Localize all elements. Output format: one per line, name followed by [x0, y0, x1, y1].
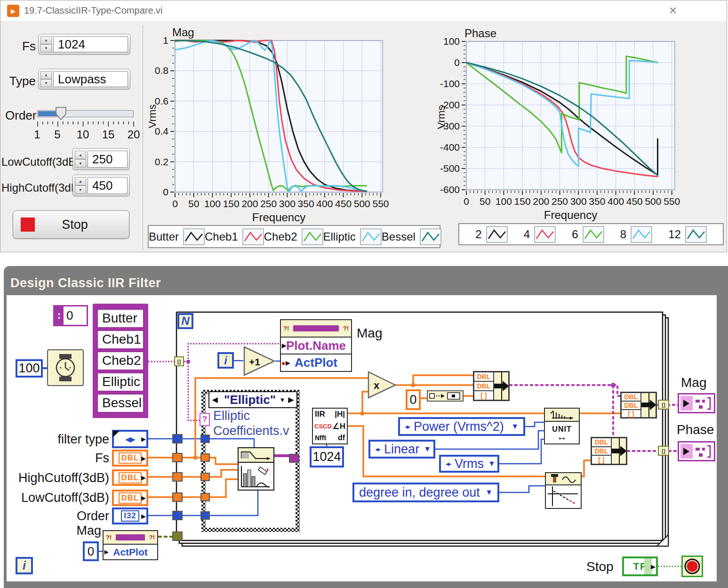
enum-spinner-icon[interactable]: ▲▼	[55, 306, 64, 325]
build-array-node[interactable]	[427, 390, 464, 402]
bundle-node-1[interactable]: DBLDBL[ ]	[473, 371, 510, 401]
x-tick-label: 250	[260, 198, 277, 209]
front-panel-window: ▶ 19.7-ClassicIIR-Type-Compare.vi ✕ Fs ▲…	[0, 0, 727, 252]
x-tick-label: 200	[241, 198, 258, 209]
phase-plot-icon	[546, 485, 581, 509]
charts-layer[interactable]: 05010015020025030035040045050055010.80.6…	[0, 0, 728, 253]
enum-item-cheb1[interactable]: Cheb1	[97, 330, 144, 349]
loop-tunnel-high-cutoff[interactable]	[172, 472, 183, 482]
loop-tunnel-order[interactable]	[172, 511, 183, 520]
linear-ring-constant[interactable]: ◂▸Linear▼	[368, 440, 435, 459]
dropdown-icon[interactable]: ▼	[488, 459, 496, 468]
enum-item-bessel[interactable]: Bessel	[97, 394, 144, 412]
wait-ms-constant[interactable]: 100	[16, 359, 43, 378]
plot-name-property[interactable]: ▶Plot.Name	[281, 338, 351, 355]
svg-text:+1: +1	[249, 356, 260, 367]
vrms-ring-constant[interactable]: ◂▸Vrms▼	[439, 455, 499, 473]
low-cutoff-terminal[interactable]: DBL▶	[112, 490, 148, 506]
wait-clock-icon[interactable]	[47, 349, 84, 386]
case-selector-terminal[interactable]: ?	[200, 413, 210, 426]
actplot-ref-row[interactable]: ▶ActPlot	[104, 545, 157, 559]
case-tunnel-filter-type[interactable]	[200, 435, 210, 443]
case-tunnel-order[interactable]	[200, 511, 210, 520]
phase-indicator[interactable]	[678, 441, 715, 461]
loop-tunnel-filter-type[interactable]	[172, 434, 183, 443]
stop-button-icon[interactable]	[681, 556, 703, 577]
enum-index-constant[interactable]: ▲▼ 0	[53, 305, 88, 326]
loop-tunnel-mag-out[interactable]: []	[658, 400, 669, 410]
chart-title: Phase	[464, 27, 496, 40]
chart-mag[interactable]: 05010015020025030035040045050055010.80.6…	[146, 26, 389, 224]
bundle-node-2[interactable]: DBLDBL[ ]	[620, 392, 657, 419]
ring-icon: ◂▸	[405, 423, 409, 430]
x-tick-label: 500	[354, 198, 370, 209]
case-next-icon[interactable]: ▶	[285, 395, 296, 404]
mag-indicator[interactable]	[678, 393, 715, 413]
case-tunnel-high-cutoff[interactable]	[200, 473, 210, 481]
increment-node[interactable]: +1	[243, 346, 276, 376]
enum-item-butter[interactable]: Butter	[97, 309, 144, 328]
array-tunnel[interactable]: []	[174, 356, 184, 366]
nfft-constant[interactable]: 1024	[310, 446, 344, 467]
loop-tunnel-phase-out[interactable]: []	[658, 446, 669, 456]
spectrum-unit-node[interactable]: UNIT ↔	[544, 408, 580, 444]
mag-property-node[interactable]: ?!?! ▶Plot.Name ●▶ActPlot	[280, 319, 352, 372]
elliptic-coefficients-vi-icon[interactable]	[238, 447, 274, 491]
unit-arrows-icon: ↔	[557, 434, 567, 440]
subvi-label-line2: Coefficients.v	[213, 424, 289, 438]
case-prev-icon[interactable]: ◀	[209, 395, 221, 404]
wire-stub	[43, 367, 47, 369]
svg-text:x: x	[374, 379, 380, 391]
phase-indicator-label: Phase	[677, 422, 714, 437]
y-tick-label: 0.2	[155, 156, 168, 167]
high-cutoff-terminal[interactable]: DBL▶	[112, 469, 148, 486]
x-tick-label: 550	[373, 198, 389, 209]
x-tick-label: 550	[664, 196, 680, 207]
order-terminal[interactable]: I32▶	[112, 507, 148, 524]
case-output-tunnel[interactable]	[289, 454, 299, 463]
loop-iteration-terminal[interactable]: i	[217, 352, 234, 369]
case-dropdown-icon[interactable]: ▼	[280, 396, 286, 403]
property-node-label: Mag	[357, 326, 382, 341]
low-cutoff-terminal-label: LowCutoff(3dB)	[14, 491, 109, 505]
iteration-terminal-free[interactable]: i	[16, 557, 33, 574]
loop-count-terminal[interactable]: N	[177, 313, 193, 329]
loop-tunnel-fs[interactable]	[172, 453, 183, 462]
loop-tunnel-low-cutoff[interactable]	[172, 492, 183, 502]
case-selector[interactable]: ◀ "Elliptic" ▼ ▶	[208, 391, 297, 408]
zero-constant[interactable]: 0	[406, 389, 421, 410]
dropdown-icon[interactable]: ▼	[424, 445, 431, 453]
actplot-property[interactable]: ●▶ActPlot	[281, 354, 351, 371]
dropdown-icon[interactable]: ▼	[485, 488, 493, 497]
order-slider-thumb[interactable]	[55, 106, 68, 121]
filter-names-array[interactable]: ButterCheb1Cheb2EllipticBessel	[93, 304, 148, 418]
power-ring-constant[interactable]: ◂▸Power (Vrms^2)▼	[398, 417, 525, 436]
enum-item-cheb2[interactable]: Cheb2	[97, 352, 144, 370]
x-tick-label: 200	[533, 196, 549, 207]
spectrum-icon	[545, 409, 579, 422]
loop-tunnel-mag-ref[interactable]	[172, 532, 183, 541]
case-tunnel-fs[interactable]	[200, 453, 210, 462]
x-tick-label: 50	[480, 196, 490, 207]
bundle-node-3[interactable]: DBLDBL[ ]	[591, 437, 627, 465]
filter-type-terminal[interactable]: ◀▶ ▶	[112, 430, 148, 448]
degree-ring-constant[interactable]: degree in, degree out▼	[352, 483, 499, 502]
stop-boolean-terminal[interactable]: TF ▶	[622, 556, 658, 576]
enum-item-elliptic[interactable]: Elliptic	[97, 373, 144, 391]
x-tick-label: 400	[316, 198, 333, 209]
filter-type-label: filter type	[14, 432, 109, 447]
chart-phase[interactable]: 0501001502002503003504004505005501000-10…	[435, 27, 680, 221]
fs-terminal[interactable]: DBL▶	[112, 450, 148, 467]
case-tunnel-low-cutoff[interactable]	[200, 493, 210, 501]
x-tick-label: 300	[570, 196, 587, 207]
dropdown-icon[interactable]: ▼	[511, 422, 519, 431]
mag-ref-property-node[interactable]: ?!?! ▶ActPlot	[103, 530, 158, 560]
x-tick-label: 350	[298, 198, 314, 209]
iir-freq-response-node[interactable]: IIR|H| CSCD∠H Nfftdf	[312, 408, 348, 444]
phase-unwrap-node[interactable]	[545, 472, 582, 509]
actplot-zero-constant[interactable]: 0	[83, 541, 99, 561]
mag-indicator-label: Mag	[681, 375, 706, 390]
high-cutoff-terminal-label: HighCutoff(3dB)	[14, 471, 109, 485]
multiply-node[interactable]: x	[368, 371, 397, 399]
case-selector-value[interactable]: "Elliptic"	[221, 393, 280, 407]
